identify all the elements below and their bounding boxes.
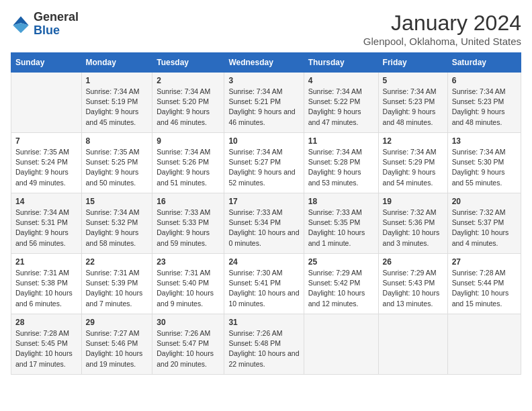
day-number: 10	[228, 136, 299, 146]
calendar-cell: 10Sunrise: 7:34 AMSunset: 5:27 PMDayligh…	[224, 133, 304, 193]
header-day: Thursday	[304, 53, 378, 73]
header-day: Tuesday	[152, 53, 224, 73]
logo-text: General Blue	[34, 11, 79, 38]
day-info: Sunrise: 7:29 AMSunset: 5:43 PMDaylight:…	[383, 268, 443, 309]
day-info: Sunrise: 7:31 AMSunset: 5:39 PMDaylight:…	[86, 268, 148, 309]
day-number: 1	[86, 76, 148, 85]
day-info: Sunrise: 7:34 AMSunset: 5:21 PMDaylight:…	[228, 87, 299, 128]
day-info: Sunrise: 7:34 AMSunset: 5:31 PMDaylight:…	[15, 208, 77, 248]
day-info: Sunrise: 7:34 AMSunset: 5:30 PMDaylight:…	[452, 147, 517, 188]
day-info: Sunrise: 7:31 AMSunset: 5:38 PMDaylight:…	[15, 268, 77, 309]
header-day: Wednesday	[224, 53, 304, 73]
calendar-cell: 25Sunrise: 7:29 AMSunset: 5:42 PMDayligh…	[304, 254, 378, 314]
day-number: 17	[228, 197, 299, 206]
day-info: Sunrise: 7:34 AMSunset: 5:20 PMDaylight:…	[157, 87, 220, 128]
day-number: 12	[383, 136, 443, 146]
day-number: 20	[452, 197, 517, 206]
day-number: 28	[15, 318, 77, 327]
day-number: 9	[157, 136, 220, 146]
calendar-cell	[447, 314, 521, 375]
day-number: 4	[308, 76, 374, 85]
calendar-header: SundayMondayTuesdayWednesdayThursdayFrid…	[11, 53, 521, 73]
day-number: 6	[452, 76, 517, 85]
day-number: 23	[157, 257, 220, 267]
day-info: Sunrise: 7:34 AMSunset: 5:22 PMDaylight:…	[308, 87, 374, 128]
calendar-cell: 16Sunrise: 7:33 AMSunset: 5:33 PMDayligh…	[152, 193, 224, 254]
calendar-cell: 26Sunrise: 7:29 AMSunset: 5:43 PMDayligh…	[378, 254, 447, 314]
day-info: Sunrise: 7:34 AMSunset: 5:27 PMDaylight:…	[228, 147, 299, 188]
logo-icon	[11, 14, 31, 34]
calendar-cell: 29Sunrise: 7:27 AMSunset: 5:46 PMDayligh…	[81, 314, 152, 375]
day-info: Sunrise: 7:34 AMSunset: 5:19 PMDaylight:…	[86, 87, 148, 128]
day-info: Sunrise: 7:26 AMSunset: 5:48 PMDaylight:…	[228, 328, 299, 369]
day-number: 31	[228, 318, 299, 327]
calendar-cell: 6Sunrise: 7:34 AMSunset: 5:23 PMDaylight…	[447, 73, 521, 133]
logo: General Blue	[11, 11, 79, 38]
calendar-cell: 14Sunrise: 7:34 AMSunset: 5:31 PMDayligh…	[11, 193, 82, 254]
page-header: General Blue January 2024 Glenpool, Okla…	[11, 11, 521, 47]
day-info: Sunrise: 7:26 AMSunset: 5:47 PMDaylight:…	[157, 328, 220, 369]
calendar-week-row: 14Sunrise: 7:34 AMSunset: 5:31 PMDayligh…	[11, 193, 521, 254]
calendar-cell: 20Sunrise: 7:32 AMSunset: 5:37 PMDayligh…	[447, 193, 521, 254]
day-number: 29	[86, 318, 148, 327]
calendar-cell: 7Sunrise: 7:35 AMSunset: 5:24 PMDaylight…	[11, 133, 82, 193]
day-number: 5	[383, 76, 443, 85]
day-info: Sunrise: 7:27 AMSunset: 5:46 PMDaylight:…	[86, 328, 148, 369]
calendar-cell: 3Sunrise: 7:34 AMSunset: 5:21 PMDaylight…	[224, 73, 304, 133]
day-info: Sunrise: 7:35 AMSunset: 5:25 PMDaylight:…	[86, 147, 148, 188]
logo-general: General	[34, 11, 79, 24]
calendar-cell: 13Sunrise: 7:34 AMSunset: 5:30 PMDayligh…	[447, 133, 521, 193]
calendar-cell: 15Sunrise: 7:34 AMSunset: 5:32 PMDayligh…	[81, 193, 152, 254]
day-info: Sunrise: 7:35 AMSunset: 5:24 PMDaylight:…	[15, 147, 77, 188]
day-number: 14	[15, 197, 77, 206]
day-number: 26	[383, 257, 443, 267]
day-info: Sunrise: 7:34 AMSunset: 5:28 PMDaylight:…	[308, 147, 374, 188]
day-number: 13	[452, 136, 517, 146]
day-number: 21	[15, 257, 77, 267]
calendar-cell: 30Sunrise: 7:26 AMSunset: 5:47 PMDayligh…	[152, 314, 224, 375]
day-info: Sunrise: 7:29 AMSunset: 5:42 PMDaylight:…	[308, 268, 374, 309]
calendar-cell: 1Sunrise: 7:34 AMSunset: 5:19 PMDaylight…	[81, 73, 152, 133]
calendar-cell	[11, 73, 82, 133]
calendar-cell	[304, 314, 378, 375]
calendar-cell: 22Sunrise: 7:31 AMSunset: 5:39 PMDayligh…	[81, 254, 152, 314]
calendar-title: January 2024	[363, 11, 521, 36]
day-info: Sunrise: 7:33 AMSunset: 5:33 PMDaylight:…	[157, 208, 220, 248]
day-number: 16	[157, 197, 220, 206]
day-info: Sunrise: 7:32 AMSunset: 5:36 PMDaylight:…	[383, 208, 443, 248]
calendar-cell: 5Sunrise: 7:34 AMSunset: 5:23 PMDaylight…	[378, 73, 447, 133]
calendar-subtitle: Glenpool, Oklahoma, United States	[363, 36, 521, 47]
day-number: 22	[86, 257, 148, 267]
calendar-cell: 31Sunrise: 7:26 AMSunset: 5:48 PMDayligh…	[224, 314, 304, 375]
header-row: SundayMondayTuesdayWednesdayThursdayFrid…	[11, 53, 521, 73]
day-number: 19	[383, 197, 443, 206]
calendar-cell: 28Sunrise: 7:28 AMSunset: 5:45 PMDayligh…	[11, 314, 82, 375]
day-info: Sunrise: 7:34 AMSunset: 5:23 PMDaylight:…	[383, 87, 443, 128]
calendar-week-row: 7Sunrise: 7:35 AMSunset: 5:24 PMDaylight…	[11, 133, 521, 193]
header-day: Sunday	[11, 53, 82, 73]
day-info: Sunrise: 7:28 AMSunset: 5:45 PMDaylight:…	[15, 328, 77, 369]
calendar-body: 1Sunrise: 7:34 AMSunset: 5:19 PMDaylight…	[11, 73, 521, 375]
logo-blue: Blue	[34, 24, 79, 38]
calendar-cell: 23Sunrise: 7:31 AMSunset: 5:40 PMDayligh…	[152, 254, 224, 314]
day-number: 18	[308, 197, 374, 206]
calendar-cell: 2Sunrise: 7:34 AMSunset: 5:20 PMDaylight…	[152, 73, 224, 133]
day-info: Sunrise: 7:34 AMSunset: 5:29 PMDaylight:…	[383, 147, 443, 188]
day-number: 15	[86, 197, 148, 206]
calendar-cell: 18Sunrise: 7:33 AMSunset: 5:35 PMDayligh…	[304, 193, 378, 254]
day-info: Sunrise: 7:34 AMSunset: 5:23 PMDaylight:…	[452, 87, 517, 128]
title-block: January 2024 Glenpool, Oklahoma, United …	[363, 11, 521, 47]
calendar-cell	[378, 314, 447, 375]
day-number: 24	[228, 257, 299, 267]
day-info: Sunrise: 7:33 AMSunset: 5:35 PMDaylight:…	[308, 208, 374, 248]
calendar-cell: 21Sunrise: 7:31 AMSunset: 5:38 PMDayligh…	[11, 254, 82, 314]
day-number: 3	[228, 76, 299, 85]
day-info: Sunrise: 7:33 AMSunset: 5:34 PMDaylight:…	[228, 208, 299, 248]
header-day: Friday	[378, 53, 447, 73]
calendar-week-row: 28Sunrise: 7:28 AMSunset: 5:45 PMDayligh…	[11, 314, 521, 375]
day-number: 2	[157, 76, 220, 85]
calendar-cell: 8Sunrise: 7:35 AMSunset: 5:25 PMDaylight…	[81, 133, 152, 193]
calendar-cell: 19Sunrise: 7:32 AMSunset: 5:36 PMDayligh…	[378, 193, 447, 254]
calendar-table: SundayMondayTuesdayWednesdayThursdayFrid…	[11, 52, 521, 375]
calendar-cell: 17Sunrise: 7:33 AMSunset: 5:34 PMDayligh…	[224, 193, 304, 254]
